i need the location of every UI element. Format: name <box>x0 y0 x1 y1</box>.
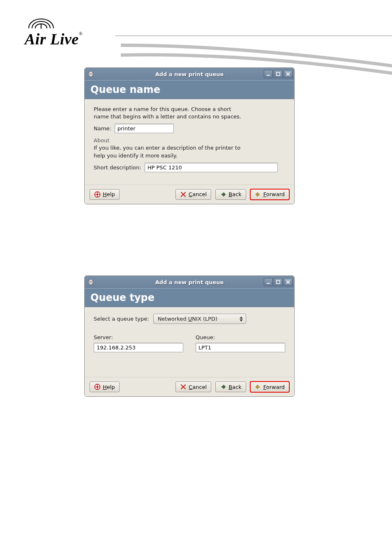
svg-rect-20 <box>277 280 280 284</box>
help-button[interactable]: Help <box>90 382 120 392</box>
short-description-input[interactable] <box>145 163 278 172</box>
help-icon <box>94 191 101 198</box>
forward-button[interactable]: Forward <box>250 189 289 200</box>
select-stepper-icon <box>238 316 244 322</box>
airlive-logo: Air Live® <box>25 15 115 47</box>
titlebar[interactable]: Add a new print queue <box>85 276 294 288</box>
queue-input[interactable] <box>196 343 285 352</box>
svg-point-9 <box>97 193 99 195</box>
back-button[interactable]: Back <box>215 382 246 392</box>
printer-icon <box>87 278 95 286</box>
svg-point-26 <box>97 386 99 388</box>
name-label: Name: <box>94 125 111 132</box>
button-bar: Help Cancel Back Forward <box>85 185 294 204</box>
dialog-content: Please enter a name for this queue. Choo… <box>85 99 294 185</box>
dialog-content: Select a queue type: Networked UNIX (LPD… <box>85 307 294 377</box>
printer-icon <box>87 70 95 78</box>
minimize-button[interactable] <box>264 278 273 286</box>
svg-rect-3 <box>89 75 92 76</box>
cancel-button[interactable]: Cancel <box>175 189 211 200</box>
maximize-button[interactable] <box>274 70 283 78</box>
forward-button[interactable]: Forward <box>250 382 289 392</box>
cancel-button[interactable]: Cancel <box>175 382 211 392</box>
section-header: Queue name <box>85 80 294 99</box>
maximize-button[interactable] <box>274 278 283 286</box>
close-button[interactable] <box>284 278 293 286</box>
cancel-icon <box>180 384 187 390</box>
queue-type-select[interactable]: Networked UNIX (LPD) <box>153 314 246 324</box>
help-button[interactable]: Help <box>90 189 120 200</box>
queue-type-label: Select a queue type: <box>94 316 149 322</box>
help-label-mn: H <box>103 191 107 197</box>
about-label: About <box>94 137 285 143</box>
forward-arrow-icon <box>255 384 261 390</box>
back-arrow-icon <box>220 191 226 198</box>
airlive-signal-icon <box>25 15 58 30</box>
back-arrow-icon <box>220 384 226 390</box>
about-text: If you like, you can enter a description… <box>94 144 242 159</box>
svg-rect-2 <box>89 72 92 73</box>
queue-type-value: Networked UNIX (LPD) <box>158 316 218 322</box>
header-divider <box>115 35 392 36</box>
queue-type-dialog: Add a new print queue Queue type Select … <box>84 275 295 397</box>
section-header: Queue type <box>85 288 294 307</box>
airlive-logo-text: Air Live® <box>25 31 115 47</box>
forward-arrow-icon <box>255 191 261 198</box>
svg-rect-17 <box>89 280 92 281</box>
svg-rect-18 <box>89 283 92 284</box>
svg-rect-5 <box>277 72 280 76</box>
short-description-label: Short description: <box>94 164 141 171</box>
queue-label: Queue: <box>196 334 285 340</box>
help-label-rest: elp <box>107 191 115 197</box>
minimize-button[interactable] <box>264 70 273 78</box>
help-icon <box>94 384 101 390</box>
svg-marker-24 <box>240 319 243 321</box>
name-instruction: Please enter a name for this queue. Choo… <box>94 106 242 120</box>
svg-marker-23 <box>240 317 243 319</box>
button-bar: Help Cancel Back Forward <box>85 377 294 396</box>
server-label: Server: <box>94 334 183 340</box>
server-input[interactable] <box>94 343 183 352</box>
back-button[interactable]: Back <box>215 189 246 200</box>
queue-name-dialog: Add a new print queue Queue name Please … <box>84 67 295 204</box>
close-button[interactable] <box>284 70 293 78</box>
cancel-icon <box>180 191 187 198</box>
window-title: Add a new print queue <box>85 71 294 77</box>
name-input[interactable] <box>115 124 174 133</box>
window-title: Add a new print queue <box>85 279 294 285</box>
titlebar[interactable]: Add a new print queue <box>85 68 294 80</box>
